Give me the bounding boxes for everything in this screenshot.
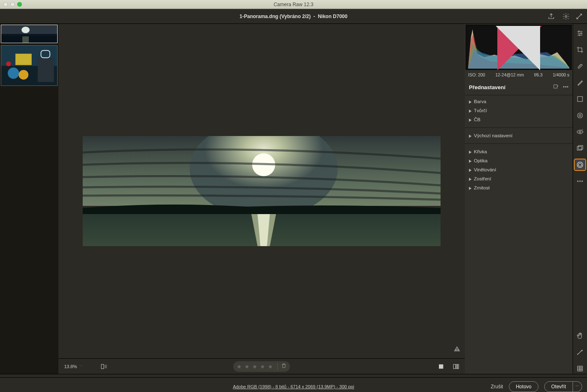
preset-group[interactable]: ▶Barva [465, 97, 573, 106]
star-2[interactable]: ★ [244, 363, 250, 370]
doc-selection: (Vybráno 2/2) [280, 14, 311, 19]
preset-separator [465, 127, 573, 128]
preset-label: Zrnitost [474, 185, 490, 190]
preset-separator [465, 143, 573, 144]
svg-point-37 [577, 162, 583, 168]
warning-icon[interactable] [453, 345, 461, 354]
doc-camera: Nikon D7000 [318, 14, 348, 19]
rating-control: ★ ★ ★ ★ ★ [233, 361, 290, 372]
preset-label: Optika [474, 158, 487, 163]
preset-group[interactable]: ▶Vinětování [465, 165, 573, 174]
svg-rect-42 [578, 366, 582, 371]
svg-point-33 [579, 115, 581, 117]
svg-rect-5 [22, 37, 29, 43]
open-dropdown-icon[interactable]: ﹀ [573, 381, 582, 392]
zoom-value: 13.8% [64, 364, 77, 369]
svg-rect-21 [439, 364, 443, 369]
svg-point-41 [582, 181, 582, 182]
trash-icon[interactable] [277, 363, 287, 370]
tool-strip [573, 24, 587, 374]
preview-image [83, 136, 441, 246]
brush-icon[interactable] [575, 77, 585, 88]
preset-label: Křivka [474, 149, 487, 154]
gear-icon[interactable] [561, 12, 571, 21]
disclosure-triangle-icon: ▶ [469, 150, 471, 154]
exif-shutter: 1/4000 s [553, 72, 569, 77]
preset-group[interactable]: ▶Tvůrčí [465, 106, 573, 115]
histogram[interactable] [466, 25, 572, 70]
edit-sliders-icon[interactable] [575, 28, 585, 39]
disclosure-triangle-icon: ▶ [469, 186, 471, 190]
svg-point-10 [6, 62, 11, 67]
preset-label: Vinětování [474, 167, 496, 172]
preset-list: ▶Barva▶Tvůrčí▶ČB ▶Výchozí nastavení ▶Kři… [465, 95, 573, 194]
preview-area[interactable] [58, 24, 465, 358]
panel-title: Přednastavení [469, 84, 506, 90]
thumbnail-2[interactable] [1, 45, 58, 86]
svg-point-40 [580, 181, 580, 182]
panel-resizer[interactable] [0, 374, 587, 377]
svg-point-39 [578, 181, 578, 182]
preset-group[interactable]: ▶Výchozí nastavení [465, 131, 573, 140]
crop-icon[interactable] [575, 44, 585, 55]
highlight-clip-icon[interactable] [465, 26, 571, 70]
presets-icon[interactable] [575, 159, 585, 170]
cancel-button[interactable]: Zrušit [491, 384, 503, 390]
thumbnail-1[interactable] [1, 25, 58, 43]
grid-icon[interactable] [575, 363, 585, 374]
svg-rect-11 [38, 58, 54, 82]
fullscreen-icon[interactable] [575, 12, 584, 21]
svg-rect-35 [577, 147, 582, 150]
svg-point-9 [19, 70, 28, 80]
preset-group[interactable]: ▶ČB [465, 115, 573, 124]
svg-point-29 [579, 35, 580, 36]
window-title: Camera Raw 12.3 [0, 2, 587, 7]
panel-header: Přednastavení ••• [465, 80, 573, 95]
svg-rect-4 [1, 37, 57, 43]
star-3[interactable]: ★ [252, 363, 258, 370]
star-5[interactable]: ★ [268, 363, 273, 370]
preset-label: Zostření [474, 176, 491, 181]
svg-rect-26 [554, 85, 557, 88]
svg-point-34 [579, 131, 581, 133]
star-1[interactable]: ★ [237, 363, 242, 370]
exif-iso: ISO: 200 [468, 72, 485, 77]
preset-group[interactable]: ▶Zostření [465, 174, 573, 183]
svg-rect-19 [457, 350, 457, 351]
svg-rect-30 [578, 64, 582, 69]
more-icon[interactable]: ••• [563, 84, 568, 91]
preset-label: Tvůrčí [474, 108, 487, 113]
new-preset-icon[interactable] [553, 84, 559, 91]
preset-group[interactable]: ▶Křivka [465, 147, 573, 156]
svg-point-27 [578, 31, 580, 32]
window-titlebar: Camera Raw 12.3 [0, 0, 587, 9]
svg-point-0 [565, 15, 567, 17]
linear-gradient-icon[interactable] [575, 94, 585, 104]
svg-rect-31 [578, 97, 582, 101]
color-sampler-icon[interactable] [575, 347, 585, 357]
view-compare-icon[interactable] [452, 362, 461, 371]
workflow-link[interactable]: Adobe RGB (1998) - 8 bitů - 6714 x 2069 … [233, 384, 354, 389]
disclosure-triangle-icon: ▶ [469, 134, 471, 138]
more-tools-icon[interactable] [575, 176, 585, 187]
star-4[interactable]: ★ [260, 363, 265, 370]
zoom-dropdown[interactable]: 13.8% ﹀ [64, 364, 83, 369]
radial-gradient-icon[interactable] [575, 110, 585, 121]
open-button[interactable]: Otevřít [544, 381, 573, 392]
snapshots-icon[interactable] [575, 143, 585, 154]
share-icon[interactable] [547, 12, 556, 21]
fit-view-icon[interactable] [100, 362, 109, 371]
svg-point-28 [581, 33, 582, 34]
heal-icon[interactable] [575, 61, 585, 71]
edit-panel: ISO: 200 12-24@12 mm f/6.3 1/4000 s Před… [465, 24, 573, 374]
svg-rect-36 [578, 145, 583, 149]
done-button[interactable]: Hotovo [509, 381, 538, 392]
view-single-icon[interactable] [437, 362, 446, 371]
preset-group[interactable]: ▶Optika [465, 156, 573, 165]
redeye-icon[interactable] [575, 127, 585, 137]
svg-point-38 [578, 163, 582, 166]
preset-group[interactable]: ▶Zrnitost [465, 183, 573, 192]
exif-aperture: f/6.3 [534, 72, 543, 77]
hand-icon[interactable] [575, 330, 585, 341]
disclosure-triangle-icon: ▶ [469, 177, 471, 181]
